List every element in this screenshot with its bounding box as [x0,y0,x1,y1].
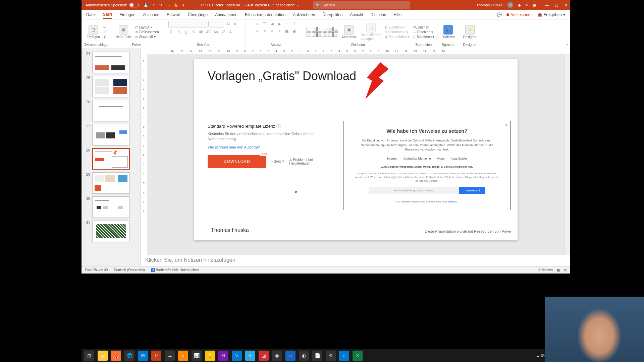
tab-ueberpruefen[interactable]: Überprüfen [322,11,342,18]
outlook-icon[interactable]: ✉ [138,351,148,361]
powerpoint-icon[interactable]: P [151,351,161,361]
app-icon-2[interactable]: 📊 [192,351,202,361]
vlc-icon[interactable]: ▲ [178,351,188,361]
qat-more-icon[interactable]: ▾ [182,3,184,7]
share-button[interactable]: 📤Freigeben▾ [537,12,565,17]
obs-icon[interactable]: ◉ [272,351,282,361]
app-icon-4[interactable]: ◢ [259,351,269,361]
tab-bildschirm[interactable]: Bildschirmpräsentation [245,11,285,18]
author-name[interactable]: Thomas Hruska [211,227,249,233]
lightning-bolt-shape[interactable] [362,62,389,99]
scrollbar-vertical[interactable] [565,54,570,255]
close-icon[interactable]: ✕ [564,3,567,7]
paste-button[interactable]: 📋Einfügen [85,24,101,40]
format-painter-button[interactable]: 🖌 [103,35,107,39]
touch-icon[interactable]: 👆 [174,3,178,7]
underline-button[interactable]: U [183,29,189,35]
pen-icon[interactable]: ✎ [525,3,528,7]
normal-view-icon[interactable]: ▦ [557,268,560,272]
textdir-button[interactable]: ⤴ [291,21,297,27]
tab-dictation[interactable]: Dictation [371,11,386,18]
shapes-gallery[interactable]: ▭╲○▭◇△ →↗⬡⬠☆⬭ [307,27,338,37]
decrease-font-icon[interactable]: A↓ [233,21,239,27]
designer-button[interactable]: ✨Designer [462,24,478,40]
tab-start[interactable]: Start [103,11,112,19]
bold-button[interactable]: F [168,29,174,35]
excel-icon[interactable]: X [353,351,363,361]
maximize-icon[interactable]: ▢ [555,3,558,7]
shadow-button[interactable]: ab [198,29,204,35]
find-button[interactable]: 🔍 Suchen [413,25,434,29]
numbering-button[interactable]: ☰ [262,21,268,27]
avatar[interactable]: TH [507,2,513,8]
app-icon-v[interactable]: V [232,351,242,361]
tab-entwurf[interactable]: Entwurf [167,11,180,18]
app-icon-3[interactable]: 💡 [205,351,215,361]
start-button[interactable]: ⊞ [84,351,94,361]
collapse-ribbon-icon[interactable]: ⌃ [566,44,569,47]
autosave-toggle[interactable]: Automatisches Speichern [86,3,139,7]
slideshow-icon[interactable]: ▭ [166,3,170,7]
effects-button[interactable]: ◉ Formeffekte ▾ [385,35,409,39]
accessibility-status[interactable]: ♿ Barrierefreiheit: Untersuchen [151,268,199,272]
thumb-28[interactable]: 28 [82,147,140,171]
chevron-down-icon[interactable]: ⌄ [297,3,300,7]
minimize-icon[interactable]: — [545,3,549,7]
attribution-text[interactable]: Diese Präsentation wurde mit Ressourcen … [425,229,511,233]
fill-button[interactable]: ◐ Fülleffekt ▾ [385,25,409,29]
tab-animationen[interactable]: Animationen [215,11,237,18]
slide-canvas[interactable]: Vorlagen „Gratis" Download Standard Powe… [194,59,518,240]
replace-button[interactable]: ↔ Ersetzen ▾ [413,30,434,34]
thumb-27[interactable]: 27 [82,123,140,147]
sorter-view-icon[interactable]: ⊞ [564,268,567,272]
thumb-31[interactable]: 31 [82,219,140,243]
search-input[interactable]: 🔍 Suchen [313,1,410,9]
license-box[interactable]: Standard PoweredTemplate Lizenz ⓘ Kosten… [208,123,335,168]
new-slide-button[interactable]: ▦Neue Folie [114,24,133,40]
slide-area[interactable]: Vorlagen „Gratis" Download Standard Powe… [147,54,565,255]
linespace-button[interactable]: ↕ [284,21,290,27]
indent-button[interactable]: ▶ [276,21,282,27]
comments-icon[interactable]: 💬 [497,12,502,17]
language-status[interactable]: Deutsch (Österreich) [114,268,145,272]
columns-button[interactable]: ▦ [284,28,290,34]
redo-icon[interactable]: ↷ [159,3,162,7]
tab-zeichnen[interactable]: Zeichnen [143,11,159,18]
slide-counter[interactable]: Folie 28 von 39 [85,268,108,272]
cut-button[interactable]: ✂ [103,25,107,29]
select-button[interactable]: ⬚ Markieren ▾ [413,35,434,39]
justify-button[interactable]: ≡ [276,28,282,34]
notes-pane[interactable]: Klicken Sie, um Notizen hinzuzufügen [141,255,570,266]
reset-button[interactable]: ↻ Zurücksetzen [135,30,159,34]
highlight-button[interactable]: 🖍 [220,29,226,35]
record-button[interactable]: Aufzeichnen [506,12,533,17]
notes-toggle[interactable]: 📝 Notizen [536,268,553,272]
thumb-24[interactable]: 24 [82,50,140,74]
chrome-icon[interactable]: 🌐 [124,351,135,361]
tab-ansicht[interactable]: Ansicht [350,11,363,18]
font-size-select[interactable] [210,21,224,27]
window-icon[interactable]: ▣ [533,3,536,7]
strike-button[interactable]: S [191,29,197,35]
reference-box[interactable]: ✕ Wie habe ich Verweise zu setzen? Die E… [343,121,511,210]
align-right-button[interactable]: ≡ [269,28,275,34]
thumb-25[interactable]: 25 [82,74,140,99]
onenote-icon[interactable]: N [218,351,228,361]
section-button[interactable]: ▭ Abschnitt ▾ [135,35,159,39]
app-icon-7[interactable]: 📄 [312,351,322,361]
arrange-button[interactable]: ▦Anordnen [340,24,357,40]
dictate-button[interactable]: 🎤Diktieren [440,24,456,40]
quickstyles-button[interactable]: ▢Schnellformat vorlagen [360,22,383,41]
edge-icon[interactable]: e [339,351,349,361]
app-icon-5[interactable]: ○ [285,351,296,361]
font-family-select[interactable] [168,21,209,27]
tab-aufzeichnen[interactable]: Aufzeichnen [293,11,315,18]
explorer-icon[interactable]: 📁 [98,351,108,361]
bullets-button[interactable]: ≡ [254,21,260,27]
tab-einfuegen[interactable]: Einfügen [119,11,135,18]
layout-button[interactable]: ▢ Layout ▾ [135,25,159,29]
diamond-icon[interactable]: ◆ [518,3,521,7]
slide-thumbnails[interactable]: 24 25 26 27 28 29 30 31 [82,48,141,266]
tab-uebergaenge[interactable]: Übergänge [188,11,208,18]
outdent-button[interactable]: ◀ [269,21,275,27]
